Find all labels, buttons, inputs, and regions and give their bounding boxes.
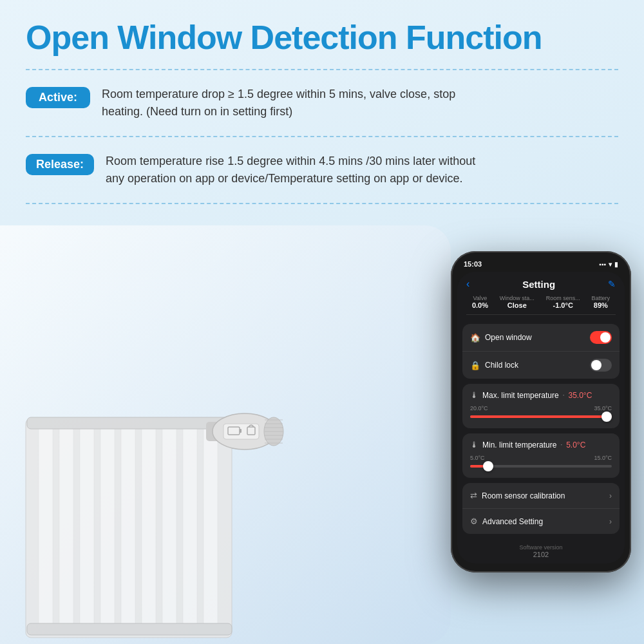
battery-label: Battery: [592, 295, 611, 301]
open-window-item[interactable]: 🏠 Open window: [462, 324, 620, 352]
min-temp-section: 🌡 Min. limit temperature · 5.0°C 5.0°C 1…: [462, 433, 620, 478]
advanced-setting-nav-item[interactable]: ⚙ Advanced Setting ›: [462, 509, 620, 534]
nav-items-section: ⇄ Room sensor calibration › ⚙ Advanced S…: [462, 483, 620, 534]
version-label: Software version: [462, 544, 620, 551]
battery-status: Battery 89%: [592, 295, 611, 309]
max-temp-section: 🌡 Max. limit temperature · 35.0°C 20.0°C…: [462, 384, 620, 428]
advanced-setting-nav-icon: ⚙: [470, 516, 478, 526]
release-row: Release: Room temperature rise 1.5 degre…: [26, 146, 618, 194]
room-sensor-chevron: ›: [609, 491, 612, 500]
toggles-section: 🏠 Open window 🔒 Child lock: [462, 324, 620, 379]
min-temp-separator: ·: [560, 441, 562, 448]
max-temp-min-label: 20.0°C: [470, 405, 488, 412]
settings-list: 🏠 Open window 🔒 Child lock: [457, 324, 625, 564]
valve-value: 0.0%: [472, 301, 488, 309]
open-window-label: Open window: [485, 333, 532, 342]
child-lock-label: Child lock: [485, 361, 518, 370]
phone-mockup: 15:03 ▪▪▪ ▾ ▮ ‹ Setting ✎ Valve 0.0%: [451, 251, 631, 573]
active-text: Room temperature drop ≥ 1.5 degree withi…: [102, 86, 475, 120]
wifi-icon: ▾: [609, 261, 612, 268]
app-nav-bar: ‹ Setting ✎: [466, 278, 616, 290]
device-status-row: Valve 0.0% Window sta... Close Room sens…: [466, 292, 616, 315]
max-temp-value: 35.0°C: [568, 391, 592, 400]
screen-title: Setting: [522, 279, 555, 290]
room-sensor-value: -1.0°C: [546, 301, 580, 309]
open-window-toggle[interactable]: [590, 331, 612, 344]
min-temp-title: Min. limit temperature: [482, 440, 556, 450]
active-badge: Active:: [26, 87, 90, 108]
room-sensor-nav-icon: ⇄: [470, 491, 477, 500]
release-badge: Release:: [26, 154, 94, 175]
advanced-setting-nav-left: ⚙ Advanced Setting: [470, 516, 543, 526]
divider-middle: [26, 136, 618, 137]
room-sensor-nav-left: ⇄ Room sensor calibration: [470, 491, 565, 500]
phone-status-icons: ▪▪▪ ▾ ▮: [599, 261, 618, 268]
min-temp-header: 🌡 Min. limit temperature · 5.0°C: [470, 440, 612, 450]
min-temp-max-label: 15.0°C: [594, 455, 612, 461]
room-sensor-nav-label: Room sensor calibration: [482, 491, 565, 500]
max-temp-slider[interactable]: [470, 415, 612, 418]
min-temp-value: 5.0°C: [566, 440, 585, 450]
valve-status: Valve 0.0%: [472, 295, 488, 309]
version-section: Software version 2102: [457, 539, 625, 564]
active-row: Active: Room temperature drop ≥ 1.5 degr…: [26, 79, 618, 127]
open-window-left: 🏠 Open window: [470, 333, 532, 343]
min-temp-min-label: 5.0°C: [470, 455, 485, 461]
version-number: 2102: [462, 551, 620, 558]
phone-screen: ‹ Setting ✎ Valve 0.0% Window sta... Clo…: [457, 272, 625, 564]
room-sensor-status: Room sens... -1.0°C: [546, 295, 580, 309]
min-temp-thumb[interactable]: [483, 461, 493, 471]
child-lock-icon: 🔒: [470, 361, 480, 370]
window-value: Close: [500, 301, 535, 309]
max-temp-icon: 🌡: [470, 390, 478, 400]
child-lock-left: 🔒 Child lock: [470, 361, 518, 370]
window-status: Window sta... Close: [500, 295, 535, 309]
max-temp-title: Max. limit temperature: [482, 391, 559, 400]
phone-body: 15:03 ▪▪▪ ▾ ▮ ‹ Setting ✎ Valve 0.0%: [451, 251, 631, 573]
battery-icon: ▮: [614, 261, 618, 268]
max-temp-thumb[interactable]: [601, 412, 612, 422]
child-lock-toggle[interactable]: [590, 359, 612, 372]
app-header: ‹ Setting ✎ Valve 0.0% Window sta... Clo…: [457, 272, 625, 319]
open-window-icon: 🏠: [470, 333, 480, 343]
edit-button[interactable]: ✎: [608, 279, 616, 289]
divider-top: [26, 69, 618, 70]
signal-icon: ▪▪▪: [599, 261, 606, 268]
advanced-setting-nav-label: Advanced Setting: [482, 517, 543, 526]
page-title: Open Window Detection Function: [26, 19, 618, 56]
min-temp-icon: 🌡: [470, 440, 478, 450]
advanced-setting-chevron: ›: [609, 517, 612, 526]
phone-time: 15:03: [464, 260, 482, 268]
divider-bottom: [26, 203, 618, 204]
release-text: Room temperature rise 1.5 degree within …: [106, 153, 479, 187]
max-temp-header: 🌡 Max. limit temperature · 35.0°C: [470, 390, 612, 400]
phone-status-bar: 15:03 ▪▪▪ ▾ ▮: [457, 260, 625, 272]
min-temp-slider[interactable]: [470, 465, 612, 468]
back-button[interactable]: ‹: [466, 278, 469, 290]
window-label: Window sta...: [500, 295, 535, 301]
valve-label: Valve: [472, 295, 488, 301]
max-temp-separator: ·: [563, 392, 565, 399]
room-sensor-label: Room sens...: [546, 295, 580, 301]
battery-value: 89%: [592, 301, 611, 309]
child-lock-item[interactable]: 🔒 Child lock: [462, 352, 620, 379]
max-temp-fill: [470, 415, 612, 418]
max-temp-max-label: 35.0°C: [594, 405, 612, 412]
room-sensor-nav-item[interactable]: ⇄ Room sensor calibration ›: [462, 483, 620, 509]
